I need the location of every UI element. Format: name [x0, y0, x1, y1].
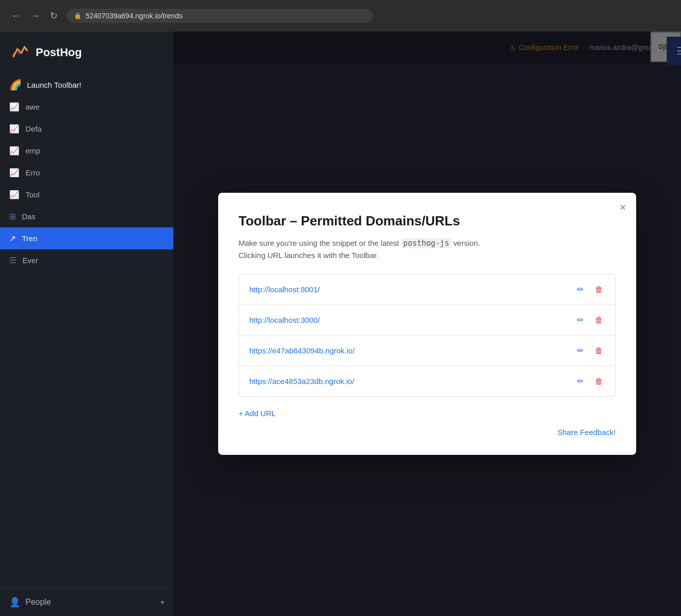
- url-row-3: https://e47ab643094b.ngrok.io/ ✏ 🗑: [239, 336, 615, 366]
- events-icon: ☰: [9, 255, 16, 265]
- people-item[interactable]: 👤 People ▾: [0, 588, 173, 616]
- url-list: http://localhost:8001/ ✏ 🗑 http://localh…: [239, 274, 616, 397]
- edit-button-2[interactable]: ✏: [575, 313, 586, 327]
- url-row-4: https://ace4853a23db.ngrok.io/ ✏ 🗑: [239, 366, 615, 396]
- share-feedback-button[interactable]: Share Feedback!: [558, 428, 616, 437]
- sidebar-nav: 📈 awe 📈 Defa 📈 emp 📈 Erro 📈 Tool ⊞ Da: [0, 96, 173, 588]
- delete-button-2[interactable]: 🗑: [593, 314, 605, 327]
- nav-item-tren[interactable]: ↗ Tren: [0, 227, 173, 249]
- chart-icon-5: 📈: [9, 190, 19, 199]
- nav-item-defa[interactable]: 📈 Defa: [0, 118, 173, 140]
- browser-chrome: ← → ↻ 🔒 52407039a694.ngrok.io/trends: [0, 0, 681, 32]
- main-content: ⚠ Configuration Error marius.andra@gmail…: [173, 32, 681, 616]
- url-row-2: http://localhost:3000/ ✏ 🗑: [239, 305, 615, 336]
- rainbow-icon: 🌈: [9, 79, 22, 91]
- nav-item-das[interactable]: ⊞ Das: [0, 206, 173, 227]
- nav-item-label-tool: Tool: [25, 190, 40, 199]
- modal-description: Make sure you're using the snippet or th…: [239, 237, 616, 262]
- dashboard-icon: ⊞: [9, 212, 16, 221]
- url-link-2[interactable]: http://localhost:3000/: [249, 316, 575, 324]
- chevron-down-icon: ▾: [161, 598, 164, 606]
- nav-item-ever[interactable]: ☰ Ever: [0, 249, 173, 271]
- toolbar-banner-text: Launch Toolbar!: [27, 81, 81, 89]
- reload-button[interactable]: ↻: [47, 8, 61, 23]
- edit-button-3[interactable]: ✏: [575, 344, 586, 357]
- modal-overlay: × Toolbar – Permitted Domains/URLs Make …: [173, 32, 681, 616]
- chart-icon-3: 📈: [9, 146, 19, 156]
- person-icon: 👤: [9, 597, 20, 608]
- url-actions-3: ✏ 🗑: [575, 344, 605, 357]
- chart-icon-1: 📈: [9, 102, 19, 112]
- url-link-1[interactable]: http://localhost:8001/: [249, 285, 575, 294]
- nav-item-label-defa: Defa: [25, 124, 42, 133]
- modal-footer: Share Feedback!: [239, 428, 616, 437]
- url-link-3[interactable]: https://e47ab643094b.ngrok.io/: [249, 346, 575, 355]
- chart-icon-2: 📈: [9, 124, 19, 134]
- nav-item-awe[interactable]: 📈 awe: [0, 96, 173, 118]
- app-container: PostHog 🌈 Launch Toolbar! 📈 awe 📈 Defa 📈…: [0, 32, 681, 616]
- description-text-1: Make sure you're using the snippet or th…: [239, 239, 401, 247]
- modal-title: Toolbar – Permitted Domains/URLs: [239, 213, 616, 229]
- nav-item-erro[interactable]: 📈 Erro: [0, 162, 173, 184]
- nav-item-emp[interactable]: 📈 emp: [0, 140, 173, 162]
- address-bar[interactable]: 🔒 52407039a694.ngrok.io/trends: [67, 9, 373, 23]
- nav-item-label-awe: awe: [25, 102, 40, 111]
- forward-button[interactable]: →: [28, 9, 43, 23]
- sidebar: PostHog 🌈 Launch Toolbar! 📈 awe 📈 Defa 📈…: [0, 32, 173, 616]
- url-link-4[interactable]: https://ace4853a23db.ngrok.io/: [249, 377, 575, 386]
- delete-button-1[interactable]: 🗑: [593, 283, 605, 296]
- nav-item-label-tren: Tren: [22, 234, 37, 243]
- modal-dialog: × Toolbar – Permitted Domains/URLs Make …: [218, 193, 636, 455]
- close-button[interactable]: ×: [619, 202, 626, 213]
- trends-icon: ↗: [9, 234, 16, 243]
- posthog-logo-icon: [9, 42, 31, 63]
- url-row-1: http://localhost:8001/ ✏ 🗑: [239, 274, 615, 305]
- toolbar-banner[interactable]: 🌈 Launch Toolbar!: [0, 73, 173, 96]
- edit-button-4[interactable]: ✏: [575, 374, 586, 388]
- url-actions-2: ✏ 🗑: [575, 313, 605, 327]
- url-actions-4: ✏ 🗑: [575, 374, 605, 388]
- add-url-button[interactable]: + Add URL: [239, 407, 276, 420]
- url-actions-1: ✏ 🗑: [575, 283, 605, 296]
- lock-icon: 🔒: [74, 12, 82, 19]
- delete-button-4[interactable]: 🗑: [593, 375, 605, 388]
- sidebar-logo: PostHog: [0, 32, 173, 73]
- back-button[interactable]: ←: [8, 9, 23, 23]
- nav-item-label-das: Das: [22, 212, 36, 221]
- people-label: People: [25, 598, 51, 607]
- description-code: posthog-js: [401, 238, 451, 248]
- delete-button-3[interactable]: 🗑: [593, 344, 605, 357]
- chart-icon-4: 📈: [9, 168, 19, 177]
- nav-item-label-emp: emp: [25, 146, 40, 155]
- edit-button-1[interactable]: ✏: [575, 283, 586, 296]
- nav-item-tool[interactable]: 📈 Tool: [0, 184, 173, 206]
- nav-item-label-ever: Ever: [22, 256, 38, 265]
- logo-text: PostHog: [36, 46, 82, 59]
- nav-item-label-erro: Erro: [25, 168, 40, 177]
- address-text: 52407039a694.ngrok.io/trends: [86, 12, 182, 20]
